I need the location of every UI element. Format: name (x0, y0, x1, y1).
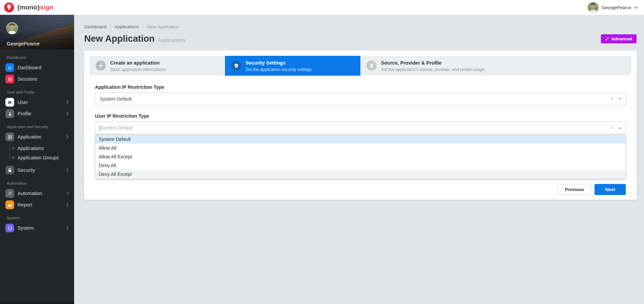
main-content: Dashboard / Applications / New Applicati… (74, 15, 644, 304)
nav-section-user-profile: User and Profile (7, 90, 67, 94)
chevron-right-icon (66, 168, 69, 172)
sidebar-item-applications[interactable]: Applications (0, 144, 74, 153)
chevron-right-icon (66, 135, 69, 139)
breadcrumb-separator: / (110, 24, 111, 29)
expand-arrows-icon (605, 37, 609, 41)
option-deny-all[interactable]: Deny All (95, 161, 625, 170)
shield-check-icon (231, 61, 241, 71)
users-icon (5, 98, 14, 107)
brand-logo[interactable]: {mono}sign (4, 2, 54, 12)
chevron-down-icon (634, 6, 638, 9)
application-ip-restriction-label: Application IP Restriction Type (95, 84, 626, 90)
wizard-footer: Previous Next (84, 179, 637, 200)
text-cursor (100, 125, 100, 131)
chevron-right-icon (66, 191, 69, 195)
breadcrumb-dashboard[interactable]: Dashboard (84, 24, 106, 29)
next-button[interactable]: Next (594, 184, 626, 195)
wizard-step-create-application[interactable]: Create an application Basic application … (90, 56, 225, 76)
previous-button[interactable]: Previous (557, 184, 591, 195)
nav-section-application-security: Application and Security (7, 125, 67, 129)
application-ip-restriction-select[interactable]: System Default × (95, 92, 626, 105)
user-avatar (588, 2, 599, 13)
monitor-icon (5, 224, 14, 232)
sidebar: GeorgePearce Dashboard Dashboard Session… (0, 15, 74, 304)
wizard-card: Create an application Basic application … (84, 50, 637, 200)
plus-icon (96, 61, 106, 71)
bullet-icon (12, 147, 14, 150)
sidebar-item-profile[interactable]: Profile (0, 108, 74, 119)
selected-value: System Default (100, 96, 132, 102)
user-name: GeorgePearce (602, 5, 631, 10)
profile-avatar (6, 22, 18, 34)
page-title: New Application (84, 34, 155, 44)
page-subtitle: Applications (158, 37, 185, 43)
chevron-right-icon (66, 100, 69, 104)
monosign-logo-icon (4, 2, 14, 12)
breadcrumb-separator: / (142, 24, 144, 29)
nav-section-dashboard: Dashboard (7, 55, 67, 60)
archive-icon (5, 132, 14, 141)
chevron-down-icon[interactable] (619, 98, 621, 100)
user-ip-restriction-options: System Default Allow All Allow All Excep… (95, 135, 626, 179)
nav-section-automation: Automation (7, 181, 67, 185)
lock-icon (5, 166, 14, 175)
bullet-icon (12, 157, 14, 159)
nav-section-system: System (7, 216, 67, 220)
sidebar-item-dashboard[interactable]: Dashboard (0, 62, 74, 73)
sidebar-footer (0, 301, 74, 304)
report-icon (5, 200, 14, 209)
sidebar-item-automation[interactable]: Automation (0, 188, 74, 199)
option-system-default[interactable]: System Default (95, 135, 625, 144)
option-deny-all-except[interactable]: Deny All Except (95, 170, 625, 179)
sidebar-profile: GeorgePearce (0, 15, 74, 49)
sidebar-item-sessions[interactable]: Sessions (0, 73, 74, 85)
chart-icon (5, 63, 14, 72)
wizard-step-source-provider-profile[interactable]: Source, Provider & Profile Set the appli… (360, 56, 496, 76)
user-ip-restriction-select[interactable]: × (95, 121, 626, 134)
application-subtree: Applications Application Groups (0, 143, 74, 164)
file-icon (366, 61, 377, 71)
page-heading: New ApplicationApplications (84, 34, 185, 44)
option-allow-all[interactable]: Allow All (95, 144, 625, 152)
option-allow-all-except[interactable]: Allow All Except (95, 152, 625, 161)
chevron-up-icon[interactable] (619, 127, 621, 129)
sidebar-item-security[interactable]: Security (0, 164, 74, 176)
record-icon (5, 75, 14, 83)
chevron-right-icon (66, 203, 69, 207)
profile-name: GeorgePearce (7, 41, 40, 46)
wizard-steps: Create an application Basic application … (90, 56, 631, 76)
breadcrumb: Dashboard / Applications / New Applicati… (84, 24, 637, 29)
sidebar-nav: Dashboard Dashboard Sessions User and Pr… (0, 49, 74, 301)
breadcrumb-current: New Application (147, 24, 179, 29)
security-settings-form: Application IP Restriction Type System D… (90, 76, 631, 134)
user-menu[interactable]: GeorgePearce (588, 2, 638, 13)
sidebar-item-system[interactable]: System (0, 222, 74, 234)
clear-icon[interactable]: × (611, 96, 614, 102)
breadcrumb-applications[interactable]: Applications (115, 24, 139, 29)
sidebar-item-user[interactable]: User (0, 97, 74, 108)
user-ip-restriction-label: User IP Restriction Type (95, 113, 626, 119)
wand-icon (5, 189, 14, 198)
sidebar-item-application[interactable]: Application (0, 131, 74, 143)
brand-wordmark: {mono}sign (17, 4, 54, 11)
select-search-input[interactable] (101, 122, 611, 134)
sidebar-item-report[interactable]: Report (0, 199, 74, 211)
wizard-step-security-settings[interactable]: Security Settings Set the application se… (225, 56, 360, 76)
advanced-button[interactable]: Advanced (601, 34, 637, 43)
clear-icon[interactable]: × (611, 125, 614, 130)
person-icon (5, 109, 14, 118)
chevron-right-icon (66, 226, 69, 230)
chevron-right-icon (66, 112, 69, 116)
topbar: {mono}sign GeorgePearce (0, 0, 644, 15)
sidebar-item-application-groups[interactable]: Application Groups (0, 153, 74, 162)
